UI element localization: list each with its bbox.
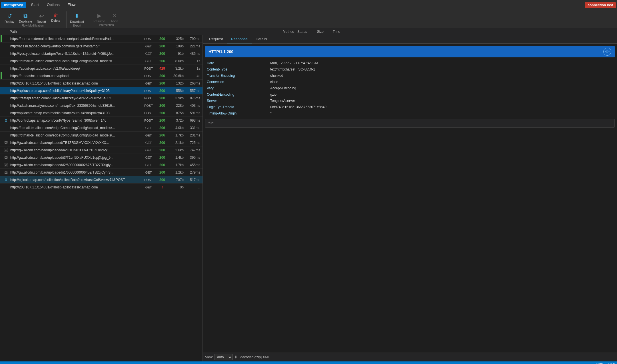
flow-row-size: 1.4kb bbox=[169, 156, 185, 160]
flow-row-method: POST bbox=[141, 104, 156, 107]
flow-row[interactable]: https://norma-external-collect.meizu.com… bbox=[0, 35, 203, 43]
flow-indicator bbox=[1, 72, 2, 79]
flow-indicator bbox=[1, 139, 2, 146]
header-key: Content-Type bbox=[206, 67, 269, 72]
flow-row-icon: ⟨⟩ bbox=[3, 178, 9, 181]
flow-row-icon: 🖼 bbox=[3, 148, 9, 152]
flow-row-status: 200 bbox=[156, 37, 169, 41]
flow-indicator bbox=[1, 102, 2, 109]
flow-row[interactable]: https://h-adashx.ut.taobao.com/uploadPOS… bbox=[0, 72, 203, 80]
response-headers-body: DateMon, 12 Apr 2021 07:47:45 GMTContent… bbox=[206, 60, 614, 116]
flow-row[interactable]: 🖼http://gw.alicdn.com/bao/uploaded/i2/60… bbox=[0, 161, 203, 169]
flow-row[interactable]: http://acs.m.taobao.com/gw/mtop.common.g… bbox=[0, 43, 203, 50]
header-value: 0bf9743e16182136657553071e8b49 bbox=[269, 104, 614, 110]
flow-row[interactable]: 🖼http://gw.alicdn.com/bao/uploaded/TB1ZR… bbox=[0, 139, 203, 146]
flow-row-path: http://adash.man.aliyuncs.com/man/api?ak… bbox=[9, 104, 141, 108]
tab-details[interactable]: Details bbox=[252, 35, 271, 43]
nav-tab-start[interactable]: Start bbox=[27, 0, 43, 10]
flow-row-method: POST bbox=[141, 89, 156, 92]
col-header-size: Size bbox=[309, 30, 325, 34]
flow-row-time: 4s bbox=[185, 74, 202, 78]
flow-row-path: http://apilocate.amap.com/mobile/binary?… bbox=[9, 89, 141, 93]
flow-row[interactable]: 🖼http://gw.alicdn.com/bao/uploaded/i3/T1… bbox=[0, 154, 203, 161]
flow-list[interactable]: https://norma-external-collect.meizu.com… bbox=[0, 35, 203, 361]
flow-row-status: 200 bbox=[156, 111, 169, 115]
flow-row[interactable]: http://adash.man.aliyuncs.com/man/api?ak… bbox=[0, 102, 203, 109]
status-port: :8080 bbox=[595, 363, 603, 364]
flow-row-path: http://203.107.1.1/154081/d?host=apiloca… bbox=[9, 81, 141, 85]
flow-row-method: GET bbox=[141, 82, 156, 85]
flow-row-size: 91b bbox=[169, 52, 185, 56]
brand-button[interactable]: mitmproxy bbox=[1, 2, 26, 8]
flow-indicator bbox=[1, 184, 2, 191]
flow-row-time: 395ms bbox=[185, 156, 202, 160]
flow-row-icon: 🖼 bbox=[3, 141, 9, 145]
duplicate-icon: ⧉ bbox=[23, 13, 27, 19]
tab-response[interactable]: Response bbox=[227, 35, 252, 43]
tab-request[interactable]: Request bbox=[205, 35, 227, 43]
flow-row-method: GET bbox=[141, 163, 156, 167]
flow-row-method: GET bbox=[141, 156, 156, 159]
duplicate-button[interactable]: ⧉ Duplicate bbox=[17, 11, 34, 24]
download-button[interactable]: ⬇ Download bbox=[68, 11, 86, 24]
flow-row[interactable]: http://apilocate.amap.com/mobile/binary?… bbox=[0, 109, 203, 117]
download-icon: ⬇ bbox=[75, 13, 79, 19]
flow-row-size: 558b bbox=[169, 89, 185, 93]
flow-row-time: 693ms bbox=[185, 118, 202, 122]
header-key: Server bbox=[206, 98, 269, 104]
abort-icon: ✕ bbox=[113, 13, 117, 19]
flow-row[interactable]: https://dtmall-tel.alicdn.com/edgeComput… bbox=[0, 124, 203, 132]
download-body-button[interactable]: ⬇ bbox=[234, 355, 238, 359]
flow-row-method: POST bbox=[141, 67, 156, 70]
flow-row-method: GET bbox=[141, 45, 156, 48]
flow-row-time: 747ms bbox=[185, 148, 202, 152]
flow-row-size: 1.7kb bbox=[169, 133, 185, 137]
interception-label: Interception bbox=[91, 23, 122, 27]
flow-row-icon: ⟨⟩ bbox=[3, 119, 9, 122]
view-label: View: bbox=[205, 355, 213, 359]
flow-row-size: 1.2kb bbox=[169, 170, 185, 174]
flow-row-status: 200 bbox=[156, 89, 169, 93]
flow-row-status: 200 bbox=[156, 170, 169, 174]
resume-icon: ▶ bbox=[97, 13, 101, 19]
nav-tab-flow[interactable]: Flow bbox=[64, 0, 79, 10]
view-select[interactable]: auto text hex image json xml bbox=[215, 354, 233, 360]
flow-row[interactable]: https://dtmall-tel.alicdn.com/edgeComput… bbox=[0, 57, 203, 65]
revert-button[interactable]: ↩ Revert bbox=[34, 11, 49, 24]
flow-row-size: 228b bbox=[169, 104, 185, 108]
header-key: Content-Encoding bbox=[206, 92, 269, 97]
topbar: mitmproxy Start Options Flow connection … bbox=[0, 0, 617, 10]
header-key: Connection bbox=[206, 79, 269, 85]
revert-label: Revert bbox=[37, 20, 46, 23]
abort-button[interactable]: ✕ Abort bbox=[107, 11, 122, 23]
toolbar-export-row: ⬇ Download bbox=[68, 11, 86, 24]
delete-button[interactable]: 🗑 Delete bbox=[49, 11, 63, 24]
flow-row-method: POST bbox=[141, 74, 156, 78]
flow-row[interactable]: 🖼http://gw.alicdn.com/bao/uploaded/i1/60… bbox=[0, 169, 203, 176]
response-headers-container: DateMon, 12 Apr 2021 07:47:45 GMTContent… bbox=[203, 59, 617, 353]
duplicate-label: Duplicate bbox=[19, 20, 32, 23]
flow-row-path: http://gw.alicdn.com/bao/uploaded/i2/600… bbox=[9, 163, 141, 167]
flow-row-time: 517ms bbox=[185, 178, 202, 182]
flow-row[interactable]: https://dtmall-tel.alicdn.com/edgeComput… bbox=[0, 132, 203, 139]
flow-row-method: POST bbox=[141, 178, 156, 182]
flow-row[interactable]: http://203.107.1.1/154081/d?host=apiloca… bbox=[0, 184, 203, 191]
view-description: [decoded gzip] XML bbox=[239, 355, 270, 359]
header-row: VaryAccept-Encoding bbox=[206, 85, 614, 91]
flow-row[interactable]: http://203.107.1.1/154081/d?host=apiloca… bbox=[0, 80, 203, 87]
replay-button[interactable]: ↺ Replay bbox=[2, 11, 17, 24]
nav-tab-options[interactable]: Options bbox=[43, 0, 64, 10]
flow-row[interactable]: 🖼http://gw.alicdn.com/bao/uploaded/i4/O1… bbox=[0, 146, 203, 154]
flow-row[interactable]: ⟨⟩http://control.aps.amap.com/conf/r?typ… bbox=[0, 117, 203, 124]
flow-row[interactable]: https://audid-api.taobao.com/v2.0/a/audi… bbox=[0, 65, 203, 72]
flow-row-time: 485ms bbox=[185, 52, 202, 56]
edit-response-button[interactable]: ✏ bbox=[603, 48, 611, 56]
flow-row[interactable]: http://apilocate.amap.com/mobile/binary?… bbox=[0, 87, 203, 94]
flow-row-status: 206 bbox=[156, 59, 169, 63]
flow-row-time: 591ms bbox=[185, 111, 202, 115]
resume-button[interactable]: ▶ Resume bbox=[91, 11, 107, 23]
flow-row[interactable]: https://restapi.amap.com/v3/iasdkauth?ke… bbox=[0, 94, 203, 102]
flow-row[interactable]: http://iyes.youku.com/start/pre?osv=5.1.… bbox=[0, 50, 203, 57]
header-row: Timing-Allow-Origin* bbox=[206, 110, 614, 116]
flow-row[interactable]: ⟨⟩http://cgicol.amap.com/collection/coll… bbox=[0, 176, 203, 184]
